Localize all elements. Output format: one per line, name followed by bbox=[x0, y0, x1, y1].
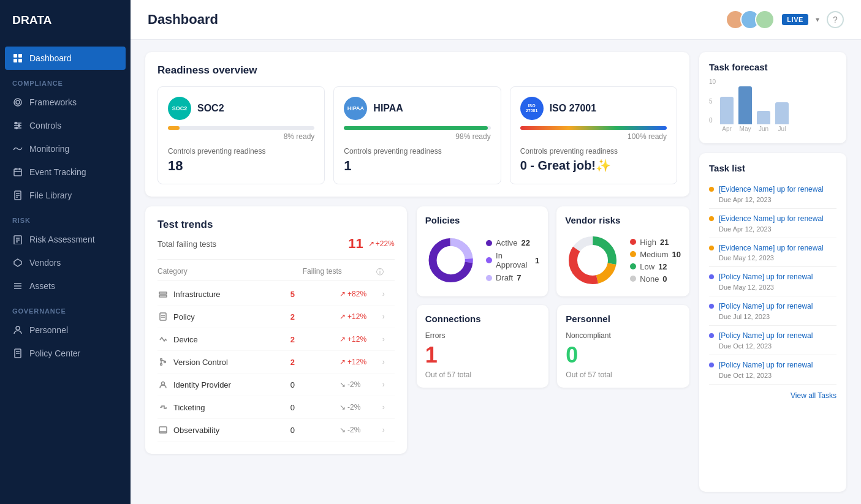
task-content-5: [Policy Name] up for renewal Due Oct 12,… bbox=[719, 331, 836, 350]
ticketing-icon bbox=[157, 402, 169, 413]
test-row-policy[interactable]: Policy 2 ↗ +12% › bbox=[157, 306, 395, 328]
task-dot-5 bbox=[709, 333, 714, 338]
policies-donut-chart bbox=[425, 233, 476, 288]
test-row-observability[interactable]: Observability 0 ↘ -2% › bbox=[157, 419, 395, 442]
idp-change: ↘ -2% bbox=[339, 380, 382, 389]
low-label: Low bbox=[640, 262, 654, 271]
live-badge: LIVE bbox=[782, 14, 808, 25]
task-forecast-chart: 10 5 0 Apr May Jun Jul bbox=[709, 78, 836, 134]
sidebar-item-personnel-label: Personnel bbox=[29, 325, 68, 335]
sidebar-item-policy-center[interactable]: Policy Center bbox=[0, 342, 131, 365]
active-count: 22 bbox=[521, 238, 529, 247]
policies-legend: Active 22 In Approval 1 bbox=[486, 238, 539, 282]
policies-draft-legend: Draft 7 bbox=[486, 273, 539, 282]
view-all-link[interactable]: View all Tasks bbox=[791, 391, 836, 400]
vendors-icon bbox=[12, 257, 23, 268]
sidebar-item-risk-assessment-label: Risk Assessment bbox=[29, 235, 95, 244]
sidebar-item-event-tracking[interactable]: Event Tracking bbox=[0, 160, 131, 184]
soc2-count: 18 bbox=[168, 158, 314, 174]
header-right: LIVE ▾ ? bbox=[726, 10, 844, 29]
approval-count: 1 bbox=[535, 256, 539, 265]
task-link-2[interactable]: [Evidence Name] up for renewal bbox=[719, 243, 836, 254]
connections-errors-label: Errors bbox=[425, 331, 540, 340]
readiness-iso[interactable]: ISO27001 ISO 27001 100% ready Controls p… bbox=[510, 86, 677, 184]
sidebar-item-assets[interactable]: Assets bbox=[0, 274, 131, 298]
soc2-header: SOC2 SOC2 bbox=[168, 97, 314, 120]
task-link-1[interactable]: [Evidence Name] up for renewal bbox=[719, 214, 836, 224]
sidebar-item-controls[interactable]: Controls bbox=[0, 114, 131, 137]
sidebar-item-vendors[interactable]: Vendors bbox=[0, 251, 131, 274]
sidebar-item-file-library[interactable]: File Library bbox=[0, 184, 131, 207]
ticketing-count: 0 bbox=[290, 403, 339, 412]
chart-y-labels: 10 5 0 bbox=[709, 78, 716, 134]
task-due-3: Due May 12, 2023 bbox=[719, 284, 836, 291]
task-link-4[interactable]: [Policy Name] up for renewal bbox=[719, 301, 836, 312]
svg-rect-13 bbox=[14, 169, 21, 176]
vc-count: 2 bbox=[290, 358, 339, 367]
hipaa-icon: HIPAA bbox=[344, 97, 367, 120]
task-link-6[interactable]: [Policy Name] up for renewal bbox=[719, 360, 836, 370]
policy-icon bbox=[157, 311, 169, 322]
sidebar-item-dashboard-label: Dashboard bbox=[29, 53, 72, 63]
connections-card: Connections Errors 1 Out of 57 total bbox=[417, 305, 549, 388]
controls-icon bbox=[12, 120, 23, 131]
sidebar-item-event-tracking-label: Event Tracking bbox=[29, 167, 86, 177]
task-dot-4 bbox=[709, 304, 714, 309]
low-legend: Low 12 bbox=[630, 262, 681, 271]
test-row-version-control[interactable]: Version Control 2 ↗ +12% › bbox=[157, 351, 395, 374]
svg-rect-4 bbox=[18, 59, 22, 62]
task-link-3[interactable]: [Policy Name] up for renewal bbox=[719, 272, 836, 282]
svg-point-10 bbox=[15, 122, 17, 124]
test-row-identity-provider[interactable]: Identity Provider 0 ↘ -2% › bbox=[157, 374, 395, 396]
task-sidebar: Task forecast 10 5 0 Apr bbox=[699, 52, 846, 492]
none-count: 0 bbox=[662, 274, 667, 284]
device-name: Device bbox=[157, 334, 290, 345]
svg-rect-34 bbox=[159, 295, 167, 297]
task-item-3: [Policy Name] up for renewal Due May 12,… bbox=[709, 267, 836, 296]
top-mini-grid: Policies bbox=[417, 206, 689, 296]
sidebar-item-file-library-label: File Library bbox=[29, 190, 72, 200]
hipaa-name: HIPAA bbox=[373, 103, 403, 114]
personnel-icon bbox=[12, 325, 23, 336]
infra-chevron: › bbox=[382, 290, 395, 298]
observability-icon bbox=[157, 424, 169, 435]
iso-count: 0 - Great job!✨ bbox=[520, 158, 667, 173]
sidebar-item-frameworks-label: Frameworks bbox=[29, 97, 77, 107]
vendor-risks-title: Vendor risks bbox=[565, 215, 681, 225]
sidebar-item-frameworks[interactable]: Frameworks bbox=[0, 91, 131, 114]
sidebar-item-personnel[interactable]: Personnel bbox=[0, 318, 131, 342]
observability-chevron: › bbox=[382, 426, 395, 434]
personnel-total-label: Out of 57 total bbox=[566, 370, 681, 379]
draft-label: Draft bbox=[496, 273, 513, 282]
connections-total-label: Out of 57 total bbox=[425, 370, 540, 379]
sidebar-item-monitoring[interactable]: Monitoring bbox=[0, 137, 131, 160]
readiness-hipaa[interactable]: HIPAA HIPAA 98% ready Controls preventin… bbox=[333, 86, 501, 184]
policy-name: Policy bbox=[157, 311, 290, 322]
test-row-ticketing[interactable]: Ticketing 0 ↘ -2% › bbox=[157, 396, 395, 419]
bottom-mini-grid: Connections Errors 1 Out of 57 total Per… bbox=[417, 305, 689, 388]
dropdown-icon[interactable]: ▾ bbox=[816, 15, 819, 24]
policies-title: Policies bbox=[425, 215, 540, 225]
task-dot-0 bbox=[709, 187, 714, 192]
grid-icon bbox=[12, 53, 23, 64]
idp-name: Identity Provider bbox=[157, 379, 290, 390]
bar-apr bbox=[720, 97, 734, 124]
personnel-widget-card: Personnel Noncompliant 0 Out of 57 total bbox=[557, 305, 689, 388]
device-icon bbox=[157, 334, 169, 345]
soc2-icon: SOC2 bbox=[168, 97, 191, 120]
connections-title: Connections bbox=[425, 314, 540, 324]
idp-icon bbox=[157, 379, 169, 390]
svg-rect-33 bbox=[159, 292, 167, 294]
task-link-5[interactable]: [Policy Name] up for renewal bbox=[719, 331, 836, 341]
task-link-0[interactable]: [Evidence Name] up for renewal bbox=[719, 184, 836, 195]
sidebar-item-dashboard[interactable]: Dashboard bbox=[5, 47, 126, 70]
logo: DRATA bbox=[0, 0, 131, 42]
soc2-preventing-label: Controls preventing readiness bbox=[168, 147, 314, 156]
policy-count: 2 bbox=[290, 312, 339, 322]
test-row-device[interactable]: Device 2 ↗ +12% › bbox=[157, 328, 395, 351]
iso-progress-bar bbox=[520, 126, 667, 130]
test-row-infrastructure[interactable]: Infrastructure 5 ↗ +82% › bbox=[157, 283, 395, 306]
readiness-soc2[interactable]: SOC2 SOC2 8% ready Controls preventing r… bbox=[157, 86, 325, 184]
sidebar-item-risk-assessment[interactable]: Risk Assessment bbox=[0, 228, 131, 251]
help-button[interactable]: ? bbox=[827, 11, 844, 28]
